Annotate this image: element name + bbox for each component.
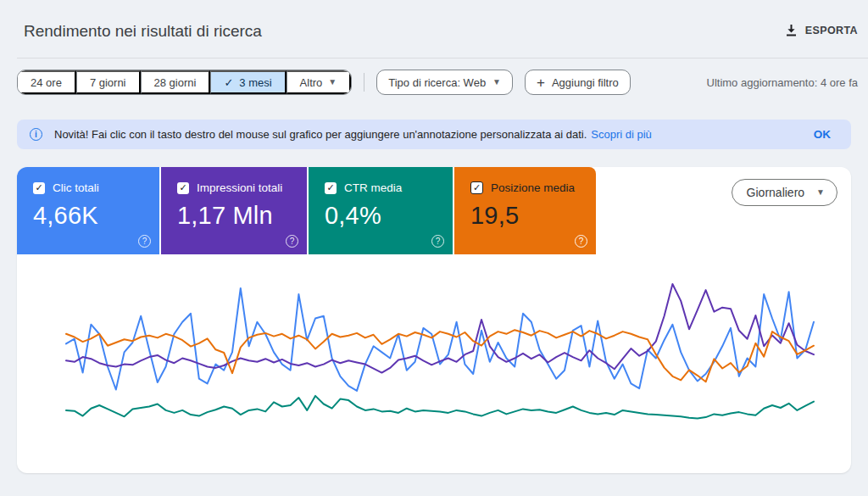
info-icon: i <box>30 128 42 141</box>
metric-label: Clic totali <box>53 181 99 194</box>
add-filter-button[interactable]: + Aggiungi filtro <box>525 70 631 95</box>
check-icon: ✓ <box>224 76 233 89</box>
metric-label: Posizione media <box>491 181 575 194</box>
date-range-selector: 24 ore 7 giorni 28 giorni ✓ 3 mesi Altro… <box>17 70 352 95</box>
metric-cards: ✓ Clic totali 4,66K ? ✓ Impressioni tota… <box>17 167 596 254</box>
metric-card-impressions[interactable]: ✓ Impressioni totali 1,17 Mln ? <box>161 167 307 254</box>
metric-value: 4,66K <box>33 202 159 230</box>
filter-toolbar: 24 ore 7 giorni 28 giorni ✓ 3 mesi Altro… <box>17 70 858 95</box>
date-range-24h-label: 24 ore <box>31 76 62 89</box>
metric-value: 1,17 Mln <box>177 202 307 230</box>
date-range-7d[interactable]: 7 giorni <box>76 70 141 94</box>
download-icon <box>785 24 798 37</box>
last-update-text: Ultimo aggiornamento: 4 ore fa <box>707 76 858 89</box>
page-title: Rendimento nei risultati di ricerca <box>24 22 262 41</box>
search-type-label: Tipo di ricerca: Web <box>388 76 486 89</box>
banner-text: Novità! Fai clic con il tasto destro del… <box>54 128 587 141</box>
date-range-7d-label: 7 giorni <box>90 76 126 89</box>
performance-panel: ✓ Clic totali 4,66K ? ✓ Impressioni tota… <box>17 167 851 473</box>
metric-card-ctr[interactable]: ✓ CTR media 0,4% ? <box>309 167 453 254</box>
chevron-down-icon: ▼ <box>492 78 501 86</box>
date-range-24h[interactable]: 24 ore <box>18 70 76 94</box>
metric-value: 0,4% <box>325 202 453 230</box>
checkbox-checked-icon[interactable]: ✓ <box>33 182 45 194</box>
performance-chart[interactable]: 22/09/2502/10/2512/10/2522/10/2501/11/25… <box>17 254 851 473</box>
help-icon[interactable]: ? <box>286 235 298 248</box>
checkbox-checked-icon[interactable]: ✓ <box>177 182 189 194</box>
plus-icon: + <box>537 75 545 90</box>
metric-card-clicks[interactable]: ✓ Clic totali 4,66K ? <box>17 167 159 254</box>
export-label: ESPORTA <box>805 25 858 36</box>
chart-lines[interactable] <box>66 280 814 437</box>
date-range-28d[interactable]: 28 giorni <box>141 70 211 94</box>
chevron-down-icon: ▼ <box>816 188 825 197</box>
metric-card-position[interactable]: ✓ Posizione media 19,5 ? <box>454 167 596 254</box>
checkbox-checked-icon[interactable]: ✓ <box>325 182 337 194</box>
header-divider <box>17 58 868 59</box>
annotation-notice-banner: i Novità! Fai clic con il tasto destro d… <box>17 120 851 149</box>
date-range-28d-label: 28 giorni <box>154 76 197 89</box>
metric-label: Impressioni totali <box>197 181 282 194</box>
metric-value: 19,5 <box>470 202 596 230</box>
export-button[interactable]: ESPORTA <box>785 24 858 37</box>
help-icon[interactable]: ? <box>575 235 587 248</box>
date-range-other[interactable]: Altro ▼ <box>287 70 352 94</box>
chart-line-clic <box>66 288 814 391</box>
granularity-dropdown[interactable]: Giornaliero ▼ <box>732 179 837 206</box>
banner-ok-button[interactable]: OK <box>814 128 831 141</box>
toolbar-separator <box>364 73 364 92</box>
chart-line-posizione <box>66 330 814 382</box>
search-type-filter-button[interactable]: Tipo di ricerca: Web ▼ <box>376 70 513 95</box>
metric-label: CTR media <box>344 181 402 194</box>
chart-line-ctr <box>66 396 814 419</box>
checkbox-checked-icon[interactable]: ✓ <box>470 181 483 194</box>
date-range-other-label: Altro <box>300 76 323 89</box>
date-range-3m-label: 3 mesi <box>239 76 271 89</box>
help-icon[interactable]: ? <box>431 235 444 248</box>
granularity-label: Giornaliero <box>747 186 804 199</box>
chevron-down-icon: ▼ <box>328 78 337 86</box>
help-icon[interactable]: ? <box>138 235 151 248</box>
learn-more-link[interactable]: Scopri di più <box>591 128 652 141</box>
date-range-3m-selected[interactable]: ✓ 3 mesi <box>210 70 286 94</box>
add-filter-label: Aggiungi filtro <box>552 76 619 89</box>
